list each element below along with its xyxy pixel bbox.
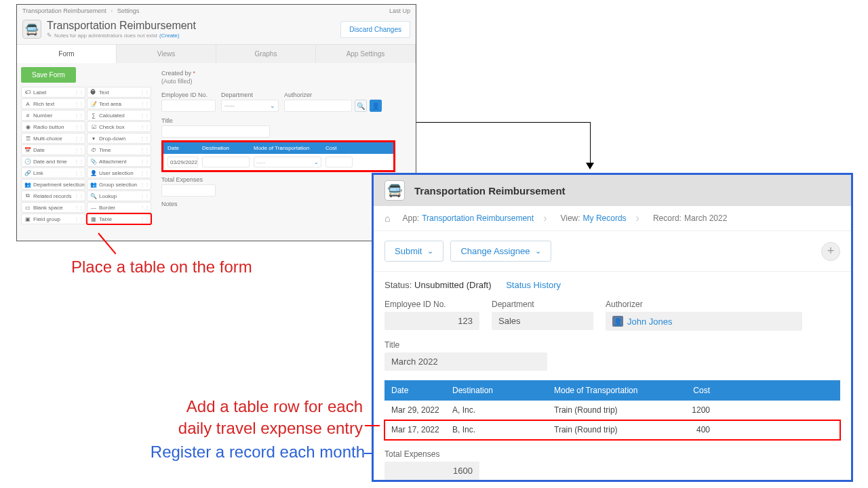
field-table[interactable]: ▦Table⋮⋮	[87, 214, 151, 224]
cell-cost[interactable]	[326, 157, 353, 167]
tab-app-settings[interactable]: App Settings	[316, 45, 416, 63]
field-link[interactable]: 🔗Link⋮⋮	[21, 167, 85, 178]
field-type-icon: ▦	[90, 216, 97, 222]
field-type-icon: 🅣	[90, 89, 97, 96]
cell-destination[interactable]	[202, 157, 250, 167]
authorizer-input[interactable]	[284, 100, 352, 112]
value-authorizer[interactable]: 👤John Jones	[606, 312, 802, 331]
tab-form[interactable]: Form	[17, 45, 117, 63]
field-department-selection[interactable]: 👥Department selection⋮⋮	[21, 179, 85, 190]
record-table-header: Date Destination Mode of Transportation …	[384, 380, 840, 401]
callout-connector	[365, 425, 380, 426]
user-picker-icon[interactable]: 👤	[370, 100, 382, 112]
change-assignee-button[interactable]: Change Assignee⌄	[450, 241, 551, 262]
last-updated: Last Up	[389, 7, 410, 14]
arrow-down-icon	[586, 163, 594, 169]
connector-line	[416, 122, 590, 123]
field-text-area[interactable]: 📝Text area⋮⋮	[87, 98, 151, 109]
cell-date[interactable]: 03/29/2022	[167, 157, 198, 167]
tab-views[interactable]: Views	[117, 45, 216, 63]
tab-graphs[interactable]: Graphs	[216, 45, 316, 63]
field-type-icon: ∑	[90, 112, 97, 119]
crumb-app-link[interactable]: Transportation Reimbursement	[422, 214, 534, 223]
crumb-page: Settings	[117, 7, 140, 14]
add-record-button[interactable]: +	[821, 242, 840, 261]
field-type-icon: A	[24, 100, 31, 107]
field-attachment[interactable]: 📎Attachment⋮⋮	[87, 156, 151, 167]
field-type-icon: 🏷	[24, 89, 31, 96]
cell-mode[interactable]: -----⌄	[254, 157, 321, 167]
field-user-selection[interactable]: 👤User selection⋮⋮	[87, 167, 151, 178]
field-blank-space[interactable]: ▭Blank space⋮⋮	[21, 202, 85, 213]
field-type-icon: ▣	[24, 216, 31, 222]
field-group-selection[interactable]: 👥Group selection⋮⋮	[87, 179, 151, 190]
field-lookup[interactable]: 🔍Lookup⋮⋮	[87, 190, 151, 201]
field-palette: Save Form 🏷Label⋮⋮ARich text⋮⋮#Number⋮⋮◉…	[17, 63, 156, 228]
label-employee-id: Employee ID No.	[384, 300, 479, 309]
department-select[interactable]: -----⌄	[221, 100, 279, 112]
crumb-record-label: Record:	[653, 214, 682, 223]
field-date[interactable]: 📅Date⋮⋮	[21, 144, 85, 155]
title-input[interactable]	[161, 125, 270, 138]
value-department: Sales	[492, 312, 593, 330]
note-create-link[interactable]: (Create)	[159, 33, 179, 39]
table-row[interactable]: Mar 17, 2022B, Inc.Train (Round trip)400	[384, 420, 840, 440]
field-field-group[interactable]: ▣Field group⋮⋮	[21, 214, 85, 224]
field-label[interactable]: 🏷Label⋮⋮	[21, 87, 85, 98]
field-type-icon: 👤	[90, 169, 97, 176]
field-calculated[interactable]: ∑Calculated⋮⋮	[87, 110, 151, 121]
cell-mode: Train (Round trip)	[554, 425, 669, 434]
home-icon[interactable]: ⌂	[384, 213, 390, 224]
field-drop-down[interactable]: ▾Drop-down⋮⋮	[87, 133, 151, 144]
form-table-header: Date Destination Mode of Transportation …	[163, 142, 393, 154]
field-radio-button[interactable]: ◉Radio button⋮⋮	[21, 121, 85, 132]
chevron-down-icon: ⌄	[270, 102, 275, 109]
record-header: 🚍 Transportation Reimbursement	[374, 175, 851, 206]
field-rich-text[interactable]: ARich text⋮⋮	[21, 98, 85, 109]
admin-tabs: Form Views Graphs App Settings	[17, 44, 416, 63]
search-icon[interactable]: 🔍	[355, 100, 367, 112]
status-line: Status: Unsubmitted (Draft) Status Histo…	[384, 280, 840, 290]
label-department: Department	[492, 300, 593, 309]
field-multi-choice[interactable]: ☰Multi-choice⋮⋮	[21, 133, 85, 144]
field-related-records[interactable]: ⧉Related records⋮⋮	[21, 190, 85, 201]
label-authorizer: Authorizer	[284, 92, 382, 98]
pencil-icon: ✎	[47, 32, 52, 39]
crumb-view-label: View:	[560, 214, 580, 223]
field-border[interactable]: —Border⋮⋮	[87, 202, 151, 213]
crumb-app[interactable]: Transportation Reimbursement	[22, 7, 106, 14]
field-check-box[interactable]: ☑Check box⋮⋮	[87, 121, 151, 132]
field-type-icon: ▭	[24, 204, 31, 211]
field-text[interactable]: 🅣Text⋮⋮	[87, 87, 151, 98]
cell-destination: A, Inc.	[452, 405, 554, 415]
status-history-link[interactable]: Status History	[506, 280, 561, 290]
field-type-icon: 🔍	[90, 192, 97, 199]
col-date: Date	[167, 145, 198, 151]
record-app-title: Transportation Reimbursement	[414, 185, 566, 197]
submit-button[interactable]: Submit⌄	[384, 241, 443, 262]
record-actions: Submit⌄ Change Assignee⌄ +	[374, 231, 851, 272]
label-title: Title	[384, 340, 547, 350]
field-time[interactable]: ⏱Time⋮⋮	[87, 144, 151, 155]
field-type-icon: 🕒	[24, 158, 31, 165]
admin-breadcrumb: Transportation Reimbursement › Settings …	[17, 5, 416, 17]
discard-changes-button[interactable]: Discard Changes	[340, 21, 410, 38]
field-type-icon: 👥	[24, 181, 31, 188]
form-table-field[interactable]: Date Destination Mode of Transportation …	[161, 140, 395, 172]
total-input[interactable]	[161, 184, 216, 197]
field-type-icon: ⧉	[24, 192, 31, 199]
field-number[interactable]: #Number⋮⋮	[21, 110, 85, 121]
save-form-button[interactable]: Save Form	[21, 67, 76, 83]
crumb-view-link[interactable]: My Records	[583, 214, 627, 223]
user-icon: 👤	[612, 316, 623, 327]
label-notes: Notes	[161, 201, 395, 207]
value-employee-id: 123	[384, 312, 479, 330]
field-type-icon: ☑	[90, 123, 97, 130]
col-mode: Mode of Transportation	[554, 386, 669, 395]
table-row[interactable]: Mar 29, 2022A, Inc.Train (Round trip)120…	[384, 401, 840, 420]
field-type-icon: 🔗	[24, 169, 31, 176]
employee-id-input[interactable]	[161, 100, 216, 112]
field-type-icon: 📎	[90, 158, 97, 165]
callout-place-table: Place a table on the form	[71, 258, 252, 277]
field-date-and-time[interactable]: 🕒Date and time⋮⋮	[21, 156, 85, 167]
